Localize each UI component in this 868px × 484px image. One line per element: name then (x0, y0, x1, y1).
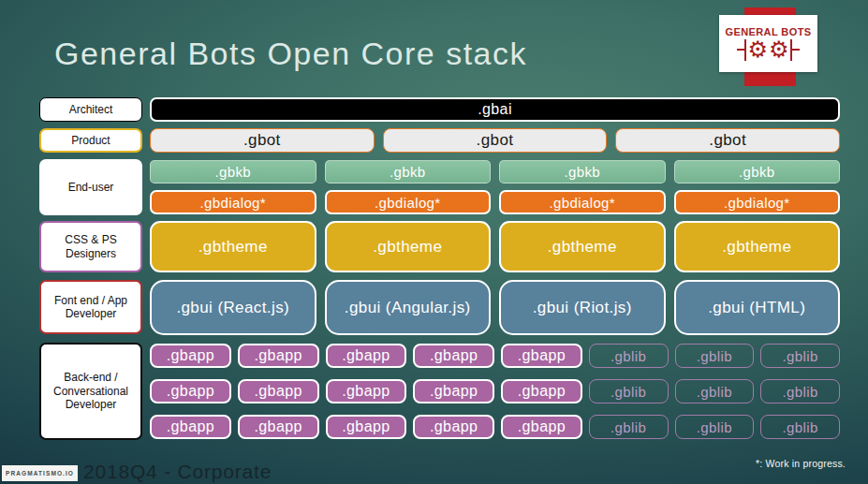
general-bots-logo: GENERAL BOTS ⚙ ⚙ (719, 15, 817, 72)
gbapp-box: .gbapp (501, 415, 582, 439)
role-label-backend-conversational-developer: Back-end / Conversational Developer (39, 343, 142, 440)
role-label-css-ps-designers: CSS & PS Designers (39, 221, 142, 272)
gbui-react-box: .gbui (React.js) (150, 280, 316, 335)
gbapp-box: .gbapp (413, 344, 494, 368)
gbot-box: .gbot (615, 128, 840, 153)
slide-canvas: General Bots Open Core stack GENERAL BOT… (0, 0, 868, 484)
gbapp-box: .gbapp (413, 379, 494, 403)
gbtheme-box: .gbtheme (325, 221, 492, 272)
gbtheme-box: .gbtheme (150, 221, 316, 272)
logo-right-bar-icon (790, 39, 793, 61)
gbdialog-box: .gbdialog* (150, 190, 316, 214)
gblib-box: .gblib (589, 379, 669, 403)
gblib-box: .gblib (760, 379, 840, 403)
gbkb-box: .gbkb (150, 160, 316, 183)
gbtheme-box: .gbtheme (499, 221, 666, 272)
role-label-frontend-app-developer: Font end / App Developer (39, 280, 142, 334)
gbai-box: .gbai (150, 97, 840, 122)
gblib-box: .gblib (675, 379, 755, 403)
gbapp-box: .gbapp (413, 415, 494, 439)
gbot-box: .gbot (383, 128, 608, 153)
gear-icon: ⚙ (747, 38, 768, 61)
gbai-row: .gbai (150, 97, 840, 122)
gbtheme-box: .gbtheme (674, 221, 841, 272)
backend-row-1: .gbapp .gbapp .gbapp .gbapp .gbapp .gbli… (150, 344, 840, 368)
gblib-box: .gblib (760, 344, 840, 368)
gbapp-box: .gbapp (238, 379, 319, 403)
gblib-box: .gblib (589, 344, 669, 368)
gblib-box: .gblib (760, 415, 840, 439)
gbapp-box: .gbapp (326, 415, 407, 439)
gbkb-box: .gbkb (499, 160, 666, 183)
gbui-html-box: .gbui (HTML) (674, 280, 841, 335)
work-in-progress-note: *: Work in progress. (756, 458, 846, 469)
gbapp-box: .gbapp (501, 344, 582, 368)
gbkb-box: .gbkb (325, 160, 492, 183)
gbkb-box: .gbkb (674, 160, 841, 183)
gbtheme-row: .gbtheme .gbtheme .gbtheme .gbtheme (150, 221, 840, 272)
gbot-row: .gbot .gbot .gbot (150, 128, 840, 153)
gblib-box: .gblib (589, 415, 669, 439)
gbui-row: .gbui (React.js) .gbui (Angular.js) .gbu… (150, 280, 840, 335)
gbapp-box: .gbapp (150, 344, 231, 368)
gblib-box: .gblib (675, 344, 755, 368)
gbapp-box: .gbapp (501, 379, 582, 403)
backend-row-3: .gbapp .gbapp .gbapp .gbapp .gbapp .gbli… (150, 415, 840, 439)
role-label-end-user: End-user (39, 159, 142, 215)
page-title: General Bots Open Core stack (54, 36, 527, 72)
gbdialog-row: .gbdialog* .gbdialog* .gbdialog* .gbdial… (150, 190, 840, 214)
gbdialog-box: .gbdialog* (325, 190, 492, 214)
gbkb-row: .gbkb .gbkb .gbkb .gbkb (150, 160, 840, 183)
gbot-box: .gbot (150, 128, 375, 153)
gblib-box: .gblib (675, 415, 755, 439)
gbui-angular-box: .gbui (Angular.js) (325, 280, 492, 335)
gbui-riot-box: .gbui (Riot.js) (499, 280, 666, 335)
pragmatismo-logo: PRAGMATISMO.IO (2, 465, 78, 481)
gbdialog-box: .gbdialog* (499, 190, 666, 214)
stack-diagram: .gbai .gbot .gbot .gbot .gbkb .gbkb .gbk… (150, 97, 840, 439)
gbapp-box: .gbapp (238, 344, 319, 368)
role-label-product: Product (39, 128, 142, 153)
gbdialog-box: .gbdialog* (674, 190, 841, 214)
gbapp-box: .gbapp (326, 344, 407, 368)
logo-gears-icon: ⚙ ⚙ (744, 38, 792, 61)
gbapp-box: .gbapp (150, 379, 231, 403)
logo-left-bar-icon (744, 39, 747, 61)
gbapp-box: .gbapp (150, 415, 231, 439)
gbapp-box: .gbapp (326, 379, 407, 403)
footer-caption: 2018Q4 - Corporate (83, 461, 272, 483)
gbapp-box: .gbapp (238, 415, 319, 439)
role-label-architect: Architect (39, 97, 142, 122)
backend-row-2: .gbapp .gbapp .gbapp .gbapp .gbapp .gbli… (150, 379, 840, 403)
gear-icon: ⚙ (769, 38, 789, 61)
